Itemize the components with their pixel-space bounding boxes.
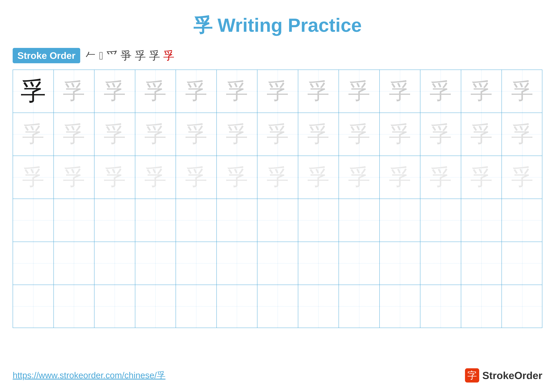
char-light: 孚 [185,76,207,106]
grid-cell-2-1[interactable]: 孚 [13,113,54,156]
grid-cell-2-7[interactable]: 孚 [257,113,298,156]
grid-cell-4-4[interactable] [135,199,176,242]
grid-cell-2-11[interactable]: 孚 [420,113,461,156]
grid-cell-5-1[interactable] [13,242,54,285]
stroke-step-3: 爫 [106,48,117,63]
grid-cell-6-5[interactable] [176,285,217,328]
footer-logo: 字 StrokeOrder [465,368,542,383]
grid-cell-1-4[interactable]: 孚 [135,70,176,113]
char-light: 孚 [389,76,411,106]
char-lighter: 孚 [104,119,126,149]
char-lighter: 孚 [185,119,207,149]
char-lighter: 孚 [226,162,248,192]
footer-url[interactable]: https://www.strokeorder.com/chinese/孚 [13,370,166,381]
grid-cell-2-12[interactable]: 孚 [461,113,502,156]
grid-cell-4-6[interactable] [217,199,258,242]
grid-cell-2-5[interactable]: 孚 [176,113,217,156]
grid-cell-3-9[interactable]: 孚 [339,156,380,199]
grid-cell-1-8[interactable]: 孚 [298,70,339,113]
grid-cell-3-6[interactable]: 孚 [217,156,258,199]
char-full: 孚 [21,74,46,108]
grid-cell-4-11[interactable] [420,199,461,242]
grid-cell-6-2[interactable] [54,285,95,328]
grid-cell-4-3[interactable] [95,199,135,242]
grid-cell-3-7[interactable]: 孚 [257,156,298,199]
grid-cell-6-13[interactable] [502,285,543,328]
grid-cell-1-1[interactable]: 孚 [13,70,54,113]
grid-cell-2-6[interactable]: 孚 [217,113,258,156]
grid-cell-6-11[interactable] [420,285,461,328]
grid-cell-4-13[interactable] [502,199,543,242]
grid-cell-4-8[interactable] [298,199,339,242]
grid-row-5 [13,242,542,285]
grid-cell-4-10[interactable] [380,199,421,242]
grid-cell-5-4[interactable] [135,242,176,285]
grid-cell-6-6[interactable] [217,285,258,328]
grid-cell-2-2[interactable]: 孚 [54,113,95,156]
grid-cell-5-8[interactable] [298,242,339,285]
grid-cell-5-2[interactable] [54,242,95,285]
grid-cell-2-3[interactable]: 孚 [95,113,135,156]
char-lighter: 孚 [389,119,411,149]
grid-cell-1-6[interactable]: 孚 [217,70,258,113]
grid-cell-4-12[interactable] [461,199,502,242]
grid-cell-6-1[interactable] [13,285,54,328]
grid-cell-5-5[interactable] [176,242,217,285]
grid-cell-1-2[interactable]: 孚 [54,70,95,113]
grid-cell-1-5[interactable]: 孚 [176,70,217,113]
grid-cell-2-13[interactable]: 孚 [502,113,543,156]
grid-cell-1-7[interactable]: 孚 [257,70,298,113]
grid-cell-6-9[interactable] [339,285,380,328]
grid-cell-1-3[interactable]: 孚 [95,70,135,113]
grid-row-4 [13,199,542,242]
grid-row-3: 孚 孚 孚 孚 孚 孚 孚 孚 孚 孚 孚 孚 [13,156,542,199]
grid-cell-1-11[interactable]: 孚 [420,70,461,113]
char-lighter: 孚 [511,162,533,192]
grid-cell-4-7[interactable] [257,199,298,242]
grid-row-1: 孚 孚 孚 孚 孚 孚 孚 孚 孚 孚 孚 孚 [13,70,542,113]
grid-cell-6-3[interactable] [95,285,135,328]
grid-cell-1-9[interactable]: 孚 [339,70,380,113]
grid-cell-2-4[interactable]: 孚 [135,113,176,156]
grid-cell-1-12[interactable]: 孚 [461,70,502,113]
grid-cell-5-3[interactable] [95,242,135,285]
grid-cell-3-3[interactable]: 孚 [95,156,135,199]
grid-cell-2-8[interactable]: 孚 [298,113,339,156]
grid-cell-3-13[interactable]: 孚 [502,156,543,199]
grid-cell-4-1[interactable] [13,199,54,242]
grid-cell-1-13[interactable]: 孚 [502,70,543,113]
grid-cell-2-9[interactable]: 孚 [339,113,380,156]
char-light: 孚 [348,76,370,106]
grid-cell-4-2[interactable] [54,199,95,242]
grid-cell-6-7[interactable] [257,285,298,328]
grid-cell-5-11[interactable] [420,242,461,285]
grid-cell-4-5[interactable] [176,199,217,242]
grid-cell-3-8[interactable]: 孚 [298,156,339,199]
grid-cell-5-13[interactable] [502,242,543,285]
grid-cell-3-4[interactable]: 孚 [135,156,176,199]
grid-cell-6-10[interactable] [380,285,421,328]
grid-cell-6-12[interactable] [461,285,502,328]
grid-cell-2-10[interactable]: 孚 [380,113,421,156]
grid-cell-3-2[interactable]: 孚 [54,156,95,199]
char-light: 孚 [104,76,126,106]
grid-cell-1-10[interactable]: 孚 [380,70,421,113]
grid-cell-6-4[interactable] [135,285,176,328]
grid-cell-5-10[interactable] [380,242,421,285]
grid-cell-5-7[interactable] [257,242,298,285]
char-lighter: 孚 [144,119,167,149]
stroke-steps: 𠂉 𠂇 爫 爭 孚 孚 孚 [85,48,175,63]
grid-cell-5-6[interactable] [217,242,258,285]
grid-cell-3-10[interactable]: 孚 [380,156,421,199]
grid-cell-3-5[interactable]: 孚 [176,156,217,199]
char-lighter: 孚 [63,119,85,149]
grid-cell-5-9[interactable] [339,242,380,285]
grid-cell-3-12[interactable]: 孚 [461,156,502,199]
grid-cell-4-9[interactable] [339,199,380,242]
stroke-order-section: Stroke Order 𠂉 𠂇 爫 爭 孚 孚 孚 [13,48,542,63]
grid-cell-5-12[interactable] [461,242,502,285]
char-light: 孚 [470,76,492,106]
grid-cell-3-1[interactable]: 孚 [13,156,54,199]
grid-cell-3-11[interactable]: 孚 [420,156,461,199]
grid-cell-6-8[interactable] [298,285,339,328]
